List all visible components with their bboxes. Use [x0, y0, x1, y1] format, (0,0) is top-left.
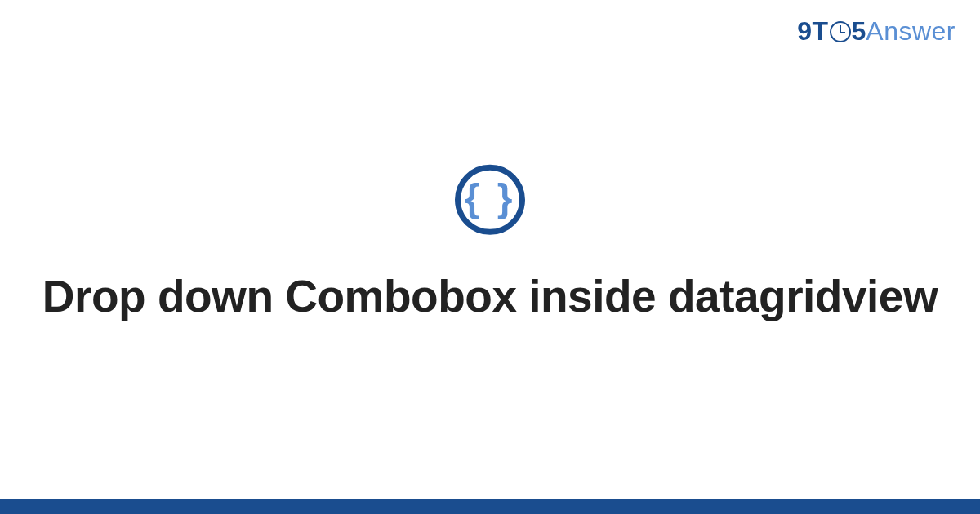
code-badge-icon: { }	[455, 165, 525, 235]
brand-logo: 9T 5 Answer	[797, 16, 956, 47]
main-content: { } Drop down Combobox inside datagridvi…	[0, 165, 980, 324]
clock-icon	[830, 21, 851, 42]
braces-glyph: { }	[465, 179, 516, 218]
brand-text-5: 5	[852, 16, 866, 47]
page-title: Drop down Combobox inside datagridview	[0, 269, 980, 324]
brand-text-9t: 9T	[797, 16, 828, 47]
brand-text-answer: Answer	[866, 16, 956, 47]
footer-accent-bar	[0, 499, 980, 514]
